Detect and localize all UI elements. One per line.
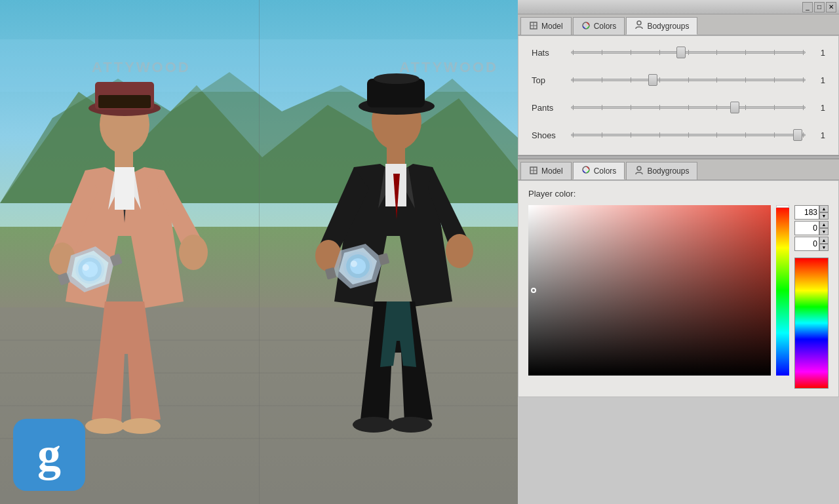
tab-model-top[interactable]: Model [520, 17, 572, 35]
top-tabs-row: Model Colors Bodygroups [518, 14, 839, 35]
top-slider-row: Top 1 [532, 73, 825, 87]
pants-value: 1 [812, 103, 825, 113]
svg-rect-27 [387, 145, 405, 164]
svg-point-17 [121, 418, 161, 434]
top-value: 1 [812, 75, 825, 85]
r-spin-up[interactable]: ▲ [819, 205, 829, 212]
svg-point-16 [85, 418, 125, 434]
tab-colors-top[interactable]: Colors [573, 17, 625, 35]
svg-point-33 [446, 234, 473, 268]
shoes-slider-row: Shoes 1 [532, 128, 825, 142]
bodygroups-content: Hats 1 Top [518, 35, 839, 155]
b-spinners: ▲ ▼ [819, 237, 829, 251]
g-input[interactable] [794, 221, 819, 235]
pants-slider[interactable] [571, 101, 806, 114]
b-input[interactable] [794, 237, 819, 251]
title-bar: _ □ ✕ [518, 0, 839, 14]
r-spin-down[interactable]: ▼ [819, 212, 829, 220]
bodygroups-icon-top [634, 20, 644, 31]
bottom-panel: Model Colors Bodygroups Player color: [518, 159, 839, 504]
game-viewport: ATTYWOOD ATTYWOOD [0, 0, 518, 504]
svg-point-30 [374, 73, 420, 84]
b-spin-down[interactable]: ▼ [819, 244, 829, 251]
hue-bar-container[interactable] [776, 205, 789, 376]
gmod-logo: g [13, 419, 85, 491]
player-color-label: Player color: [528, 189, 829, 199]
r-spinners: ▲ ▼ [819, 205, 829, 220]
g-spin-down[interactable]: ▼ [819, 228, 829, 235]
hats-label: Hats [532, 48, 564, 58]
colors-icon-top [581, 21, 591, 32]
close-button[interactable]: ✕ [826, 2, 836, 12]
svg-point-53 [637, 166, 641, 170]
tab-bodygroups-top-label: Bodygroups [647, 22, 689, 31]
model-icon-bottom [529, 166, 538, 177]
top-label: Top [532, 75, 564, 85]
viewport-divider [259, 0, 260, 504]
rgb-inputs: ▲ ▼ ▲ ▼ [794, 205, 829, 389]
color-gradient-box[interactable] [528, 205, 771, 376]
hue-bar [776, 205, 789, 376]
colors-content: Player color: [518, 180, 839, 397]
colors-icon-bottom [581, 165, 591, 176]
tab-bodygroups-top[interactable]: Bodygroups [626, 17, 697, 35]
g-spin-up[interactable]: ▲ [819, 221, 829, 228]
bodygroups-icon-bottom [634, 166, 644, 177]
color-picker-area: ▲ ▼ ▲ ▼ [528, 205, 829, 389]
gradient-brightness [528, 205, 771, 376]
shoes-value: 1 [812, 130, 825, 140]
b-spin-up[interactable]: ▲ [819, 237, 829, 244]
svg-point-15 [179, 235, 208, 270]
tab-colors-bottom[interactable]: Colors [573, 162, 625, 180]
b-input-row: ▲ ▼ [794, 237, 829, 251]
character-right [272, 36, 515, 501]
g-input-row: ▲ ▼ [794, 221, 829, 235]
tab-bodygroups-bottom-label: Bodygroups [647, 166, 689, 176]
pants-slider-row: Pants 1 [532, 101, 825, 114]
hats-value: 1 [812, 48, 825, 58]
shoes-slider[interactable] [571, 128, 806, 142]
svg-point-48 [637, 21, 641, 25]
hats-slider[interactable] [571, 46, 806, 59]
svg-rect-13 [115, 167, 134, 210]
maximize-button[interactable]: □ [814, 2, 825, 12]
hats-slider-row: Hats 1 [532, 46, 825, 59]
tab-model-top-label: Model [541, 22, 563, 31]
g-spinners: ▲ ▼ [819, 221, 829, 235]
tab-colors-bottom-label: Colors [594, 166, 617, 176]
svg-rect-12 [98, 95, 151, 108]
pants-label: Pants [532, 103, 564, 113]
top-slider[interactable] [571, 73, 806, 87]
tab-model-bottom-label: Model [541, 166, 563, 176]
r-input-row: ▲ ▼ [794, 205, 829, 220]
bottom-tabs-row: Model Colors Bodygroups [518, 159, 839, 180]
shoes-label: Shoes [532, 130, 564, 140]
minimize-button[interactable]: _ [802, 2, 813, 12]
tab-colors-top-label: Colors [594, 22, 617, 31]
svg-point-35 [390, 417, 432, 433]
right-panel: _ □ ✕ Model Colors Bodygroups [518, 0, 839, 504]
r-input[interactable] [794, 205, 819, 220]
top-panel: Model Colors Bodygroups Hats [518, 14, 839, 155]
svg-rect-9 [115, 149, 133, 169]
model-icon-top [529, 21, 538, 32]
tab-bodygroups-bottom[interactable]: Bodygroups [626, 162, 697, 180]
rainbow-swatch [794, 258, 829, 389]
svg-point-34 [353, 417, 395, 433]
tab-model-bottom[interactable]: Model [520, 162, 572, 180]
